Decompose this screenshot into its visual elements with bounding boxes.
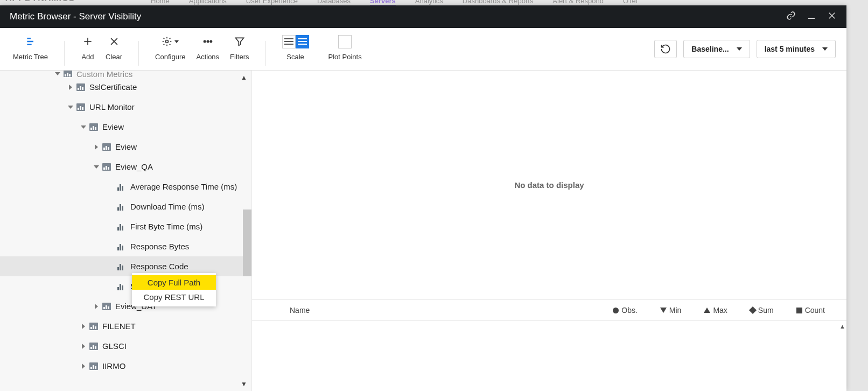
nav-dashboards[interactable]: Dashboards & Reports bbox=[463, 0, 534, 5]
tree-folder-url-monitor[interactable]: URL Monitor bbox=[0, 97, 251, 117]
metric-icon bbox=[117, 283, 126, 290]
chevron-down-icon bbox=[822, 47, 828, 51]
filters-button[interactable]: Filters bbox=[225, 36, 254, 61]
metric-icon bbox=[117, 263, 126, 270]
tree-label: Download Time (ms) bbox=[130, 202, 205, 211]
nav-alert-respond[interactable]: Alert & Respond bbox=[552, 0, 604, 5]
tree-folder-filenet[interactable]: FILENET bbox=[0, 316, 251, 336]
refresh-button[interactable] bbox=[654, 40, 677, 58]
tree-folder-glsci[interactable]: GLSCI bbox=[0, 336, 251, 356]
plot-points-label: Plot Points bbox=[328, 53, 362, 61]
context-menu: Copy Full Path Copy REST URL bbox=[132, 273, 216, 306]
modal-body: ▲ ▼ Custom Metrics SslCertificate bbox=[0, 71, 846, 391]
add-button[interactable]: Add bbox=[75, 36, 100, 61]
tree-folder-eview[interactable]: Eview bbox=[0, 117, 251, 137]
tree-label: IIRMO bbox=[102, 361, 125, 371]
timerange-dropdown[interactable]: last 5 minutes bbox=[757, 40, 836, 58]
folder-icon bbox=[102, 303, 111, 310]
col-sum[interactable]: Sum bbox=[750, 306, 774, 315]
metric-browser-modal: Metric Browser - Server Visibility Metri… bbox=[0, 5, 846, 391]
tree-label: Eview bbox=[115, 142, 137, 151]
tree-label: First Byte Time (ms) bbox=[130, 222, 202, 231]
context-menu-copy-rest-url[interactable]: Copy REST URL bbox=[132, 290, 216, 304]
metric-tree-sidebar: ▲ ▼ Custom Metrics SslCertificate bbox=[0, 71, 252, 391]
col-obs[interactable]: Obs. bbox=[613, 306, 638, 315]
funnel-icon bbox=[234, 36, 245, 47]
col-max[interactable]: Max bbox=[704, 306, 727, 315]
scroll-down-arrow[interactable]: ▼ bbox=[241, 380, 247, 388]
tree-folder-iirmo[interactable]: IIRMO bbox=[0, 356, 251, 376]
context-menu-copy-full-path[interactable]: Copy Full Path bbox=[132, 275, 216, 290]
chart-empty-state: No data to display bbox=[252, 71, 846, 299]
nav-home[interactable]: Home bbox=[151, 0, 170, 5]
clear-button[interactable]: Clear bbox=[100, 36, 128, 61]
close-icon[interactable] bbox=[827, 11, 837, 23]
svg-point-7 bbox=[166, 40, 169, 43]
scale-button[interactable]: Scale bbox=[277, 36, 314, 61]
nav-databases[interactable]: Databases bbox=[317, 0, 351, 5]
tree-label: Custom Metrics bbox=[76, 71, 132, 77]
global-nav: APPDYNAMICS Home Applications User Exper… bbox=[0, 0, 868, 5]
triangle-up-icon bbox=[704, 308, 710, 313]
nav-user-experience[interactable]: User Experience bbox=[246, 0, 298, 5]
baseline-dropdown[interactable]: Baseline... bbox=[683, 40, 750, 58]
link-icon[interactable] bbox=[786, 11, 796, 23]
metric-icon bbox=[117, 243, 126, 250]
baseline-label: Baseline... bbox=[691, 45, 729, 53]
folder-icon bbox=[76, 103, 85, 111]
brand-logo: APPDYNAMICS bbox=[5, 0, 75, 3]
clear-label: Clear bbox=[106, 53, 122, 61]
col-count[interactable]: Count bbox=[796, 306, 825, 315]
table-scroll-up-arrow[interactable]: ▲ bbox=[839, 323, 845, 330]
series-table-header: Name Obs. Min Max Sum Count bbox=[252, 299, 846, 321]
tree-metric-response-bytes[interactable]: Response Bytes bbox=[0, 236, 251, 256]
metric-tree-button[interactable]: Metric Tree bbox=[8, 36, 53, 61]
svg-point-8 bbox=[204, 40, 205, 42]
folder-icon bbox=[102, 163, 111, 171]
tree-folder-eview-sub[interactable]: Eview bbox=[0, 137, 251, 157]
tree-folder-eview-qa[interactable]: Eview_QA bbox=[0, 157, 251, 177]
filters-label: Filters bbox=[230, 53, 249, 61]
tree-metric-download-time[interactable]: Download Time (ms) bbox=[0, 197, 251, 217]
folder-icon bbox=[89, 123, 98, 131]
modal-title: Metric Browser - Server Visibility bbox=[10, 11, 141, 22]
configure-button[interactable]: Configure bbox=[150, 36, 191, 61]
tree-label: URL Monitor bbox=[89, 102, 135, 111]
add-label: Add bbox=[81, 53, 94, 61]
folder-icon bbox=[89, 362, 98, 370]
tree-label: Eview_QA bbox=[115, 162, 153, 171]
tree-metric-first-byte-time[interactable]: First Byte Time (ms) bbox=[0, 217, 251, 236]
tree-folder-custom-metrics[interactable]: Custom Metrics bbox=[0, 71, 251, 77]
svg-point-9 bbox=[207, 40, 208, 42]
actions-button[interactable]: Actions bbox=[191, 36, 225, 61]
svg-point-10 bbox=[210, 40, 212, 42]
diamond-icon bbox=[749, 306, 757, 314]
scroll-up-arrow[interactable]: ▲ bbox=[241, 74, 247, 81]
col-min[interactable]: Min bbox=[660, 306, 682, 315]
metric-tree-label: Metric Tree bbox=[13, 53, 48, 61]
circle-icon bbox=[613, 308, 619, 313]
folder-icon bbox=[89, 343, 98, 350]
nav-otel[interactable]: OTel bbox=[623, 0, 638, 5]
nav-analytics[interactable]: Analytics bbox=[415, 0, 443, 5]
tree-folder-sslcertificate[interactable]: SslCertificate bbox=[0, 77, 251, 97]
square-icon bbox=[796, 308, 802, 313]
folder-icon bbox=[76, 83, 85, 91]
metric-icon bbox=[117, 203, 126, 211]
chart-empty-text: No data to display bbox=[514, 180, 584, 190]
chart-panel: No data to display Name Obs. Min Max Sum… bbox=[252, 71, 846, 391]
minimize-icon[interactable] bbox=[807, 11, 816, 23]
tree-metric-avg-response-time[interactable]: Average Response Time (ms) bbox=[0, 177, 251, 197]
col-name[interactable]: Name bbox=[290, 306, 310, 315]
plot-points-icon bbox=[338, 36, 352, 47]
chevron-down-icon bbox=[737, 47, 742, 51]
tree-label: SslCertificate bbox=[89, 82, 137, 92]
plot-points-button[interactable]: Plot Points bbox=[323, 36, 367, 61]
nav-applications[interactable]: Applications bbox=[189, 0, 227, 5]
ellipsis-icon bbox=[202, 36, 213, 47]
modal-titlebar: Metric Browser - Server Visibility bbox=[0, 5, 846, 28]
nav-servers[interactable]: Servers bbox=[370, 0, 396, 5]
folder-icon bbox=[102, 143, 111, 151]
scrollbar-thumb[interactable] bbox=[243, 210, 251, 276]
folder-icon bbox=[64, 71, 72, 77]
